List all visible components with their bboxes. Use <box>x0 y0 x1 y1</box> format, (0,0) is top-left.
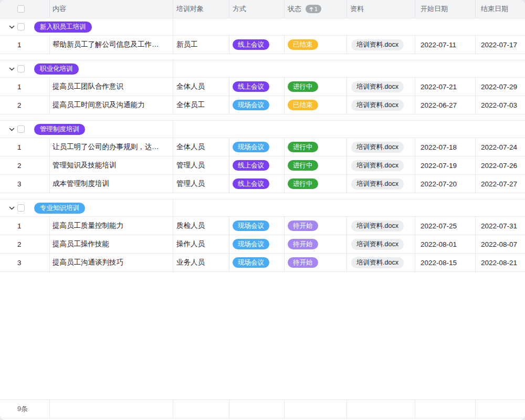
collapse-chevron[interactable] <box>6 24 17 30</box>
file-attachment-chip[interactable]: 培训资料.docx <box>351 239 404 250</box>
status-cell[interactable]: 已结束 <box>285 96 347 114</box>
group-checkbox[interactable] <box>17 204 25 212</box>
status-tag[interactable]: 待开始 <box>288 220 318 231</box>
method-cell[interactable]: 现场会议 <box>229 254 285 271</box>
start-date-cell[interactable]: 2022-07-21 <box>415 78 476 96</box>
content-cell[interactable]: 提高员工团队合作意识 <box>50 78 173 96</box>
group-checkbox[interactable] <box>17 65 25 72</box>
content-cell[interactable]: 让员工明了公司的办事规则，达… <box>50 138 173 156</box>
method-tag[interactable]: 线上会议 <box>233 160 269 171</box>
file-attachment-chip[interactable]: 培训资料.docx <box>351 142 404 153</box>
material-cell[interactable]: 培训资料.docx <box>347 96 415 114</box>
method-tag[interactable]: 线上会议 <box>233 81 269 92</box>
material-cell[interactable]: 培训资料.docx <box>347 36 415 54</box>
material-cell[interactable]: 培训资料.docx <box>347 78 415 96</box>
summary-cell[interactable] <box>50 400 173 418</box>
end-date-cell[interactable]: 2022-07-29 <box>476 78 525 96</box>
summary-cell[interactable] <box>173 400 229 418</box>
sort-badge[interactable]: 1 <box>306 5 321 13</box>
target-cell[interactable]: 新员工 <box>173 36 229 54</box>
group-name-badge[interactable]: 专业知识培训 <box>34 203 85 214</box>
start-date-cell[interactable]: 2022-07-19 <box>415 156 476 174</box>
group-name-badge[interactable]: 职业化培训 <box>34 64 79 75</box>
summary-cell[interactable] <box>415 400 476 418</box>
table-row[interactable]: 2提高员工时间意识及沟通能力全体员工现场会议已结束培训资料.docx2022-0… <box>0 96 525 114</box>
collapse-chevron[interactable] <box>6 127 17 132</box>
summary-cell[interactable] <box>476 400 525 418</box>
status-tag[interactable]: 已结束 <box>288 100 318 110</box>
start-date-cell[interactable]: 2022-07-18 <box>415 138 476 156</box>
column-header-content[interactable]: 内容 <box>50 0 173 18</box>
column-header-status[interactable]: 状态 1 <box>285 0 347 18</box>
method-cell[interactable]: 现场会议 <box>229 138 285 156</box>
status-tag[interactable]: 进行中 <box>288 160 318 171</box>
material-cell[interactable]: 培训资料.docx <box>347 235 415 253</box>
method-cell[interactable]: 现场会议 <box>229 235 285 253</box>
content-cell[interactable]: 成本管理制度培训 <box>50 175 173 193</box>
collapse-chevron[interactable] <box>6 66 17 72</box>
end-date-cell[interactable]: 2022-07-03 <box>476 96 525 114</box>
target-cell[interactable]: 管理人员 <box>173 156 229 174</box>
method-tag[interactable]: 线上会议 <box>233 39 269 50</box>
start-date-cell[interactable]: 2022-08-01 <box>415 235 476 253</box>
start-date-cell[interactable]: 2022-07-11 <box>415 36 476 54</box>
end-date-cell[interactable]: 2022-07-27 <box>476 175 525 193</box>
table-row[interactable]: 1提高员工质量控制能力质检人员现场会议待开始培训资料.docx2022-07-2… <box>0 217 525 235</box>
table-row[interactable]: 1让员工明了公司的办事规则，达…全体人员现场会议进行中培训资料.docx2022… <box>0 138 525 156</box>
material-cell[interactable]: 培训资料.docx <box>347 156 415 174</box>
content-cell[interactable]: 提高员工沟通谈判技巧 <box>50 254 173 271</box>
table-row[interactable]: 3提高员工沟通谈判技巧业务人员现场会议待开始培训资料.docx2022-08-1… <box>0 254 525 272</box>
status-cell[interactable]: 已结束 <box>285 36 347 54</box>
target-cell[interactable]: 全体员工 <box>173 96 229 114</box>
status-cell[interactable]: 进行中 <box>285 156 347 174</box>
file-attachment-chip[interactable]: 培训资料.docx <box>351 39 404 50</box>
method-cell[interactable]: 线上会议 <box>229 175 285 193</box>
content-cell[interactable]: 提高员工操作技能 <box>50 235 173 253</box>
column-header-end[interactable]: 结束日期 <box>476 0 525 18</box>
end-date-cell[interactable]: 2022-07-17 <box>476 36 525 54</box>
start-date-cell[interactable]: 2022-06-27 <box>415 96 476 114</box>
content-cell[interactable]: 提高员工时间意识及沟通能力 <box>50 96 173 114</box>
status-tag[interactable]: 待开始 <box>288 239 318 249</box>
method-cell[interactable]: 线上会议 <box>229 36 285 54</box>
group-name-badge[interactable]: 新入职员工培训 <box>34 22 92 33</box>
group-name-badge[interactable]: 管理制度培训 <box>34 124 85 135</box>
method-tag[interactable]: 现场会议 <box>233 100 269 110</box>
start-date-cell[interactable]: 2022-07-20 <box>415 175 476 193</box>
summary-cell[interactable] <box>347 400 415 418</box>
column-header-method[interactable]: 方式 <box>229 0 285 18</box>
end-date-cell[interactable]: 2022-08-07 <box>476 235 525 253</box>
start-date-cell[interactable]: 2022-08-15 <box>415 254 476 271</box>
target-cell[interactable]: 操作人员 <box>173 235 229 253</box>
file-attachment-chip[interactable]: 培训资料.docx <box>351 81 404 92</box>
target-cell[interactable]: 全体人员 <box>173 78 229 96</box>
status-tag[interactable]: 进行中 <box>288 142 318 152</box>
table-row[interactable]: 1帮助新员工了解公司信息及工作…新员工线上会议已结束培训资料.docx2022-… <box>0 36 525 54</box>
material-cell[interactable]: 培训资料.docx <box>347 217 415 235</box>
content-cell[interactable]: 提高员工质量控制能力 <box>50 217 173 235</box>
table-row[interactable]: 1提高员工团队合作意识全体人员线上会议进行中培训资料.docx2022-07-2… <box>0 78 525 96</box>
file-attachment-chip[interactable]: 培训资料.docx <box>351 160 404 171</box>
collapse-chevron[interactable] <box>6 205 17 211</box>
column-header-target[interactable]: 培训对象 <box>173 0 229 18</box>
table-row[interactable]: 3成本管理制度培训管理人员线上会议进行中培训资料.docx2022-07-202… <box>0 175 525 193</box>
summary-cell[interactable] <box>285 400 347 418</box>
group-checkbox[interactable] <box>17 125 25 133</box>
start-date-cell[interactable]: 2022-07-25 <box>415 217 476 235</box>
target-cell[interactable]: 全体人员 <box>173 138 229 156</box>
end-date-cell[interactable]: 2022-07-26 <box>476 156 525 174</box>
status-cell[interactable]: 进行中 <box>285 175 347 193</box>
material-cell[interactable]: 培训资料.docx <box>347 254 415 271</box>
material-cell[interactable]: 培训资料.docx <box>347 175 415 193</box>
file-attachment-chip[interactable]: 培训资料.docx <box>351 220 404 232</box>
method-cell[interactable]: 现场会议 <box>229 96 285 114</box>
file-attachment-chip[interactable]: 培训资料.docx <box>351 100 404 111</box>
table-row[interactable]: 2提高员工操作技能操作人员现场会议待开始培训资料.docx2022-08-012… <box>0 235 525 254</box>
method-tag[interactable]: 现场会议 <box>233 220 269 231</box>
method-cell[interactable]: 线上会议 <box>229 156 285 174</box>
method-tag[interactable]: 线上会议 <box>233 178 269 189</box>
method-tag[interactable]: 现场会议 <box>233 142 269 152</box>
material-cell[interactable]: 培训资料.docx <box>347 138 415 156</box>
table-row[interactable]: 2管理知识及技能培训管理人员线上会议进行中培训资料.docx2022-07-19… <box>0 156 525 175</box>
status-cell[interactable]: 待开始 <box>285 235 347 253</box>
